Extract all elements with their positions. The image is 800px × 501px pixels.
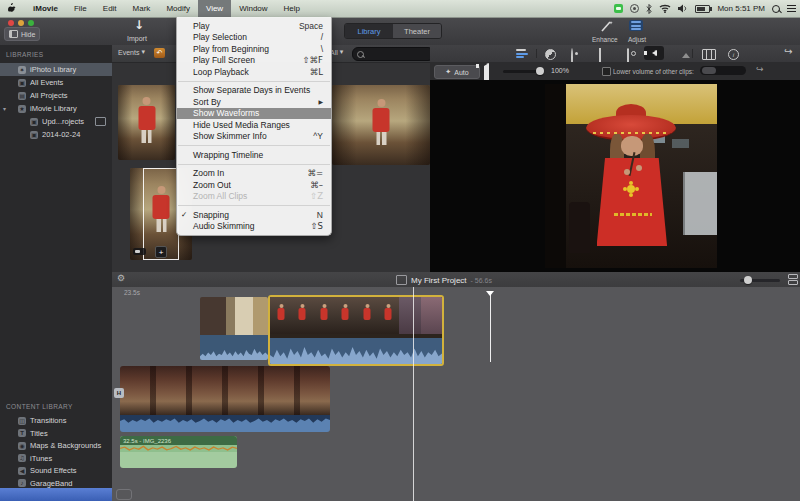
minimize-window-button[interactable] <box>18 20 24 26</box>
timeline-clip[interactable] <box>120 366 330 432</box>
sidebar-item-updated-projects[interactable]: ▣ Upd...rojects <box>0 115 112 128</box>
menu-item-play[interactable]: Play Space <box>177 20 331 32</box>
menu-imovie[interactable]: iMovie <box>25 0 66 17</box>
menu-item-sort-by[interactable]: Sort By ▶ <box>177 96 331 108</box>
tab-library[interactable]: Library <box>345 24 393 38</box>
submenu-arrow-icon: ▶ <box>318 99 323 105</box>
import-label[interactable]: Import <box>127 35 147 42</box>
auto-volume-button[interactable]: ✦ Auto <box>434 65 480 79</box>
menu-item-play-from-beginning[interactable]: Play from Beginning \ <box>177 43 331 55</box>
apple-menu[interactable] <box>0 3 25 14</box>
sidebar-item-2014-02-24[interactable]: ▣ 2014-02-24 <box>0 128 112 141</box>
close-window-button[interactable] <box>8 20 14 26</box>
search-field[interactable] <box>352 47 434 61</box>
import-arrow-icon[interactable]: ↓ <box>134 19 144 31</box>
adjust-label[interactable]: Adjust <box>628 36 646 43</box>
timeline[interactable]: 23.5s H 32.5s - IMG_2236 <box>112 287 800 501</box>
menu-item-show-waveforms[interactable]: Show Waveforms <box>177 108 331 120</box>
sidebar-item-all-events[interactable]: ▣ All Events <box>0 76 112 89</box>
playhead-line[interactable] <box>413 287 414 501</box>
timeline-clip-selected[interactable] <box>268 295 444 366</box>
menu-item-snapping[interactable]: ✓ Snapping N <box>177 209 331 221</box>
project-title: My First Project <box>411 276 467 285</box>
volume-tool-button-active[interactable] <box>644 46 664 60</box>
hide-sidebar-button[interactable]: Hide <box>4 27 40 41</box>
transition-icon[interactable]: H <box>114 388 124 398</box>
menu-item-show-separate-days[interactable]: Show Separate Days in Events <box>177 85 331 97</box>
menu-help[interactable]: Help <box>276 0 308 17</box>
sidebar-item-sound-effects[interactable]: ◀ Sound Effects <box>0 464 112 477</box>
clip-appearance-icon[interactable] <box>788 274 798 285</box>
menubar-clock[interactable]: Mon 5:51 PM <box>717 4 765 13</box>
menu-item-loop-playback[interactable]: Loop Playback ⌘L <box>177 66 331 78</box>
menu-modify[interactable]: Modify <box>158 0 198 17</box>
timeline-settings-gear-icon[interactable]: ⚙ <box>117 274 125 283</box>
event-clip-thumbnail[interactable] <box>332 85 430 165</box>
thumb-cell <box>399 297 421 334</box>
menu-item-play-full-screen[interactable]: Play Full Screen ⇧⌘F <box>177 55 331 67</box>
battery-icon[interactable] <box>695 5 710 13</box>
face <box>621 136 643 156</box>
event-clip-thumbnail[interactable] <box>118 85 175 160</box>
sidebar-item-imovie-library[interactable]: ▾ ★ iMovie Library <box>0 102 112 115</box>
add-to-timeline-button[interactable]: + <box>155 246 167 258</box>
sidebar-item-titles[interactable]: T Titles <box>0 427 112 440</box>
timeline-clip[interactable] <box>200 297 268 360</box>
menu-edit[interactable]: Edit <box>95 0 125 17</box>
sidebar-item-transitions[interactable]: ◫ Transitions <box>0 414 112 427</box>
menu-item-zoom-in[interactable]: Zoom In ⌘= <box>177 168 331 180</box>
notification-center-icon[interactable] <box>787 5 796 13</box>
sidebar-item-iphoto-library[interactable]: ✶ iPhoto Library <box>0 63 112 76</box>
disclosure-triangle-icon[interactable]: ▾ <box>3 106 6 112</box>
menu-item-hide-used-media-ranges[interactable]: Hide Used Media Ranges <box>177 119 331 131</box>
spotlight-icon[interactable] <box>772 5 780 13</box>
menu-shortcut: Space <box>299 21 323 31</box>
enhance-label[interactable]: Enhance <box>592 36 618 43</box>
menu-view[interactable]: View <box>198 0 231 17</box>
project-film-icon <box>95 117 106 126</box>
menu-item-label: Play Selection <box>193 32 247 42</box>
menu-shortcut: ⌘L <box>310 68 323 77</box>
speaker-icon <box>652 50 657 56</box>
wifi-icon[interactable] <box>659 4 671 13</box>
menu-item-wrapping-timeline[interactable]: Wrapping Timeline <box>177 149 331 161</box>
info-icon[interactable]: i <box>728 49 739 60</box>
viewer[interactable] <box>430 80 800 272</box>
volume-status-icon[interactable] <box>678 4 688 13</box>
timeline-bottom-button[interactable] <box>116 489 132 500</box>
adjust-bars-icon[interactable] <box>516 48 528 59</box>
lower-volume-checkbox[interactable] <box>602 67 611 76</box>
search-input[interactable] <box>367 49 417 59</box>
thumb-cell <box>378 297 400 334</box>
sidebar-item-maps-backgrounds[interactable]: ◉ Maps & Backgrounds <box>0 439 112 452</box>
sidebar-item-label: Sound Effects <box>30 466 77 475</box>
undo-icon[interactable]: ↩ <box>784 47 792 57</box>
tab-theater[interactable]: Theater <box>393 24 441 38</box>
bluetooth-icon[interactable] <box>646 4 652 14</box>
reset-icon[interactable]: ↩ <box>756 65 764 74</box>
menu-shortcut: N <box>317 210 323 220</box>
effects-icon[interactable] <box>702 49 716 60</box>
menu-item-zoom-out[interactable]: Zoom Out ⌘– <box>177 179 331 191</box>
enhance-wand-icon[interactable] <box>600 20 614 32</box>
timemachine-status-icon[interactable] <box>630 4 639 13</box>
event-back-icon[interactable]: ↶ <box>154 48 165 58</box>
adjust-icon[interactable] <box>629 20 643 31</box>
zoom-window-button[interactable] <box>28 20 34 26</box>
messages-status-icon[interactable] <box>614 4 623 13</box>
volume-slider-thumb[interactable] <box>536 67 544 75</box>
sidebar-item-all-projects[interactable]: ▤ All Projects <box>0 89 112 102</box>
lower-volume-thumb[interactable] <box>702 67 716 74</box>
sidebar-item-label: iPhoto Library <box>30 65 76 74</box>
timeline-zoom-slider-thumb[interactable] <box>744 276 752 284</box>
menu-mark[interactable]: Mark <box>125 0 159 17</box>
menu-item-audio-skimming[interactable]: Audio Skimming ⇧S <box>177 221 331 233</box>
events-dropdown[interactable]: Events ▾ <box>118 49 145 56</box>
menu-item-play-selection[interactable]: Play Selection / <box>177 32 331 44</box>
menu-window[interactable]: Window <box>231 0 275 17</box>
sidebar-item-itunes[interactable]: ♫ iTunes <box>0 452 112 465</box>
audio-clip[interactable]: 32.5s - IMG_2236 <box>120 436 237 468</box>
menu-item-show-skimmer-info[interactable]: Show Skimmer Info ^Y <box>177 131 331 143</box>
color-balance-icon[interactable] <box>545 49 556 60</box>
menu-file[interactable]: File <box>66 0 95 17</box>
